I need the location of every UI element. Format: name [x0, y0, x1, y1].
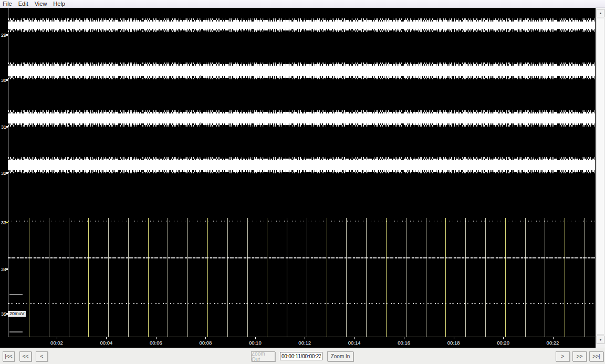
scrollbar-thumb[interactable] [597, 18, 604, 335]
band-noise-outside-top [8, 18, 595, 20]
channel-tick-33 [6, 222, 8, 223]
time-tick [106, 337, 107, 339]
grid-line [465, 218, 466, 337]
grid-line-yellow [207, 218, 208, 337]
time-label: 00:22 [543, 340, 564, 346]
menu-help[interactable]: Help [50, 0, 68, 7]
time-label: 00:06 [145, 340, 166, 346]
triangle-down-icon: ▼ [599, 338, 602, 341]
plot-area[interactable]: 20muV00:0200:0400:0600:0800:1000:1200:14… [8, 8, 595, 348]
grid-line-yellow [148, 218, 149, 337]
grid-line [525, 218, 526, 337]
scale-label: 20muV [8, 311, 26, 317]
fast-backward-button[interactable]: << [19, 351, 32, 361]
step-forward-button[interactable]: > [556, 351, 570, 361]
channel-label-33: 33 [0, 220, 6, 225]
channel-34-trace [8, 303, 595, 304]
grid-line-yellow [386, 218, 387, 337]
signal-viewer[interactable]: 20muV00:0200:0400:0600:0800:1000:1200:14… [0, 8, 605, 348]
channel-label-35: 35 [0, 311, 6, 317]
grid-line [108, 218, 109, 337]
signal-band-1 [8, 20, 595, 30]
band-noise-outside-bottom [8, 125, 595, 127]
time-tick [553, 337, 554, 339]
band-noise-outside-top [8, 63, 595, 64]
time-tick [156, 337, 157, 339]
navigation-toolbar: |<< << < Zoom Out Zoom In > >> >>| [0, 348, 605, 364]
channel-label-31: 31 [0, 124, 6, 130]
channel-33-noise-row [8, 221, 595, 222]
zoom-out-button[interactable]: Zoom Out [251, 351, 275, 361]
band-noise-edge-top [8, 64, 595, 66]
grid-line [485, 218, 486, 337]
grid-line-yellow [445, 218, 446, 337]
position-input[interactable] [280, 352, 322, 360]
time-tick [503, 337, 504, 339]
channel-label-34: 34 [0, 267, 6, 272]
grid-line-yellow [88, 218, 89, 337]
band-noise-outside-bottom [8, 78, 595, 79]
grid-line [128, 218, 129, 337]
channel-tick-32 [6, 172, 8, 174]
step-backward-button[interactable]: < [36, 351, 48, 361]
time-label: 00:20 [493, 340, 514, 346]
grid-line-yellow [29, 218, 29, 337]
menu-file[interactable]: File [0, 0, 15, 7]
grid-line [307, 218, 307, 337]
grid-line [247, 218, 248, 337]
time-label: 00:10 [245, 340, 266, 346]
band-noise-outside-top [8, 157, 595, 159]
triangle-up-icon: ▲ [599, 12, 602, 15]
grid-line [187, 218, 188, 337]
channel-tick-34 [6, 268, 8, 270]
time-axis-line [8, 337, 595, 337]
time-label: 00:12 [294, 340, 315, 346]
scroll-up-button[interactable]: ▲ [597, 9, 604, 17]
grid-line [366, 218, 367, 337]
menu-edit[interactable]: Edit [15, 0, 32, 7]
go-last-button[interactable]: >>| [589, 351, 603, 361]
time-label: 00:18 [443, 340, 464, 346]
menu-view[interactable]: View [32, 0, 50, 7]
time-tick [454, 337, 454, 339]
time-tick [354, 337, 355, 339]
calibration-bar [9, 331, 23, 332]
grid-line [585, 218, 585, 337]
time-tick [57, 337, 57, 339]
channel-label-30: 30 [0, 78, 6, 83]
grid-line [168, 218, 168, 337]
grid-line [49, 218, 49, 337]
grid-line-yellow [267, 218, 267, 337]
channel-tick-29 [6, 34, 8, 36]
zoom-in-button[interactable]: Zoom In [327, 351, 353, 361]
fast-forward-button[interactable]: >> [572, 351, 587, 361]
time-label: 00:14 [344, 340, 365, 346]
vertical-scrollbar[interactable]: ▲ ▼ [596, 8, 605, 348]
channel-tick-30 [6, 79, 8, 81]
band-noise-edge-top [8, 112, 595, 113]
band-noise-edge-top [8, 20, 595, 22]
scroll-down-button[interactable]: ▼ [597, 336, 604, 344]
channel-label-32: 32 [0, 171, 6, 176]
time-tick [305, 337, 305, 339]
time-tick [404, 337, 404, 339]
grid-line [406, 218, 406, 337]
signal-band-2 [8, 64, 595, 78]
grid-line [227, 218, 228, 337]
grid-line [346, 218, 347, 337]
channel-33-trace [8, 257, 595, 258]
time-label: 00:02 [46, 340, 67, 346]
signal-band-3 [8, 112, 595, 125]
band-noise-outside-top [8, 110, 595, 112]
band-noise-outside-bottom [8, 30, 595, 32]
grid-line [69, 218, 69, 337]
calibration-bar [9, 294, 23, 295]
band-noise-outside-bottom [8, 172, 595, 173]
band-noise-edge-top [8, 159, 595, 160]
grid-line-yellow [505, 218, 506, 337]
time-label: 00:04 [96, 340, 117, 346]
channel-tick-35 [6, 313, 8, 315]
signal-spike [201, 75, 201, 79]
go-first-button[interactable]: |<< [3, 351, 15, 361]
grid-line [545, 218, 545, 337]
